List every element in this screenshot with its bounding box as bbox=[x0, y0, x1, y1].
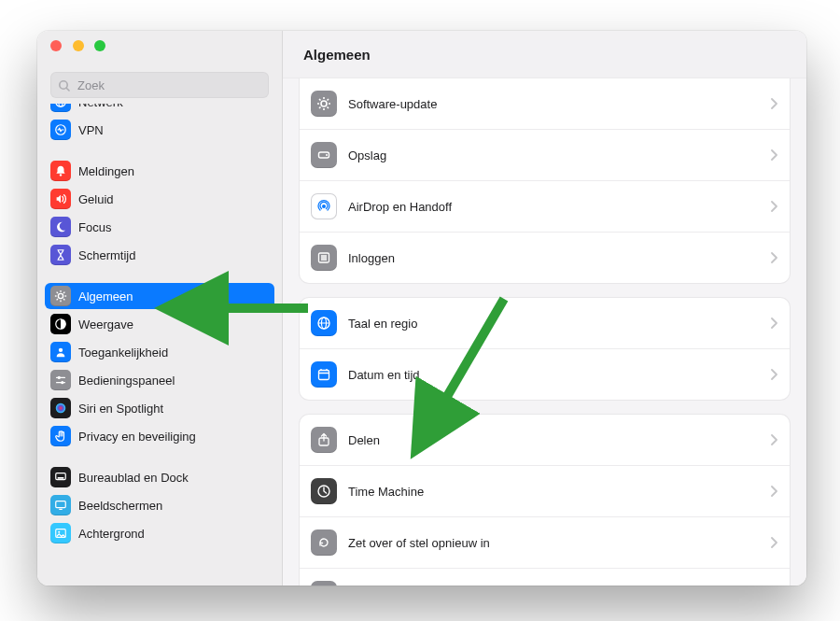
sidebar-item-beeldschermen[interactable]: Beeldschermen bbox=[45, 492, 274, 518]
settings-group: Taal en regioDatum en tijd bbox=[300, 298, 790, 400]
calendar-icon bbox=[311, 361, 337, 388]
sidebar-item-label: Algemeen bbox=[78, 289, 133, 303]
settings-row-software-update[interactable]: Software-update bbox=[300, 78, 790, 129]
chevron-right-icon bbox=[771, 537, 778, 548]
dock-icon bbox=[50, 467, 71, 487]
chevron-right-icon bbox=[771, 369, 778, 380]
settings-row-delen[interactable]: Delen bbox=[300, 415, 790, 465]
sidebar-item-weergave[interactable]: Weergave bbox=[45, 311, 274, 337]
hourglass-icon bbox=[50, 245, 71, 265]
sidebar-item-label: Schermtijd bbox=[78, 248, 135, 262]
settings-row-label: Opslag bbox=[348, 148, 771, 162]
settings-row-label: Software-update bbox=[348, 97, 771, 111]
contrast-icon bbox=[50, 314, 71, 334]
settings-row-label: Inloggen bbox=[348, 251, 771, 265]
settings-row-datum-en-tijd[interactable]: Datum en tijd bbox=[300, 348, 790, 400]
sidebar-item-vpn[interactable]: VPN bbox=[45, 117, 274, 143]
window-controls bbox=[37, 31, 282, 64]
sidebar-item-label: VPN bbox=[78, 123, 104, 137]
chevron-right-icon bbox=[771, 486, 778, 497]
sidebar-item-meldingen[interactable]: Meldingen bbox=[45, 158, 274, 184]
reset-icon bbox=[311, 529, 337, 556]
window-close-button[interactable] bbox=[50, 40, 62, 51]
settings-row-label: Delen bbox=[348, 433, 771, 447]
settings-group: DelenTime MachineZet over of stel opnieu… bbox=[300, 415, 790, 586]
settings-row-label: Datum en tijd bbox=[348, 368, 771, 382]
sidebar-item-siri-en-spotlight[interactable]: Siri en Spotlight bbox=[45, 395, 274, 421]
sidebar-item-schermtijd[interactable]: Schermtijd bbox=[45, 242, 274, 268]
chevron-right-icon bbox=[771, 149, 778, 161]
person-icon bbox=[50, 342, 71, 362]
sidebar-item-label: Achtergrond bbox=[78, 527, 145, 541]
settings-row-opstartschijf[interactable]: Opstartschijf bbox=[300, 568, 790, 586]
main-header: Algemeen bbox=[283, 31, 806, 78]
globe-icon bbox=[311, 310, 337, 336]
settings-row-time-machine[interactable]: Time Machine bbox=[300, 465, 790, 516]
bell-icon bbox=[50, 161, 71, 181]
airdrop-icon bbox=[311, 193, 337, 219]
search-field[interactable] bbox=[50, 72, 269, 98]
clock-icon bbox=[311, 478, 337, 504]
chevron-right-icon bbox=[771, 98, 778, 109]
settings-window: NetwerkVPNMeldingenGeluidFocusSchermtijd… bbox=[37, 31, 806, 586]
speaker-icon bbox=[50, 189, 71, 209]
page-title: Algemeen bbox=[303, 47, 371, 63]
window-minimize-button[interactable] bbox=[73, 40, 84, 51]
settings-group: Software-updateOpslagAirDrop en HandoffI… bbox=[300, 78, 790, 283]
settings-row-label: Time Machine bbox=[348, 485, 771, 499]
disk-icon bbox=[311, 142, 337, 168]
sidebar-item-label: Beeldschermen bbox=[78, 499, 162, 513]
chevron-right-icon bbox=[771, 434, 778, 445]
sidebar-item-algemeen[interactable]: Algemeen bbox=[45, 283, 274, 309]
search-input[interactable] bbox=[76, 78, 261, 93]
sidebar-item-label: Meldingen bbox=[78, 164, 134, 178]
sidebar-item-bureaublad-en-dock[interactable]: Bureaublad en Dock bbox=[45, 464, 274, 490]
sidebar-item-label: Bureaublad en Dock bbox=[78, 471, 189, 485]
sidebar-item-label: Toegankelijkheid bbox=[78, 346, 168, 360]
sidebar: NetwerkVPNMeldingenGeluidFocusSchermtijd… bbox=[37, 31, 283, 586]
list-icon bbox=[311, 245, 337, 271]
sidebar-item-netwerk[interactable]: Netwerk bbox=[45, 104, 274, 115]
settings-row-airdrop-en-handoff[interactable]: AirDrop en Handoff bbox=[300, 180, 790, 232]
vpn-icon bbox=[50, 120, 71, 140]
gear-icon bbox=[50, 286, 71, 306]
search-icon bbox=[58, 79, 70, 92]
share-icon bbox=[311, 427, 337, 453]
settings-row-label: AirDrop en Handoff bbox=[348, 200, 771, 214]
settings-row-label: Zet over of stel opnieuw in bbox=[348, 536, 771, 550]
sidebar-item-label: Weergave bbox=[78, 318, 133, 332]
sidebar-item-achtergrond[interactable]: Achtergrond bbox=[45, 520, 274, 546]
sidebar-item-toegankelijkheid[interactable]: Toegankelijkheid bbox=[45, 339, 274, 365]
sidebar-item-bedieningspaneel[interactable]: Bedieningspaneel bbox=[45, 367, 274, 393]
settings-row-taal-en-regio[interactable]: Taal en regio bbox=[300, 298, 790, 348]
sidebar-item-geluid[interactable]: Geluid bbox=[45, 186, 274, 212]
settings-row-zet-over-of-stel-opnieuw-in[interactable]: Zet over of stel opnieuw in bbox=[300, 516, 790, 568]
sidebar-item-label: Netwerk bbox=[78, 104, 123, 109]
hand-icon bbox=[50, 426, 71, 446]
sliders-icon bbox=[50, 370, 71, 390]
moon-icon bbox=[50, 217, 71, 237]
chevron-right-icon bbox=[771, 318, 778, 329]
sidebar-item-label: Geluid bbox=[78, 192, 114, 206]
window-zoom-button[interactable] bbox=[94, 40, 105, 51]
chevron-right-icon bbox=[771, 201, 778, 212]
chevron-right-icon bbox=[771, 252, 778, 263]
sidebar-item-privacy-en-beveiliging[interactable]: Privacy en beveiliging bbox=[45, 423, 274, 449]
sidebar-item-label: Bedieningspaneel bbox=[78, 374, 175, 388]
disk-icon bbox=[311, 581, 337, 586]
globe-icon bbox=[50, 104, 71, 112]
settings-row-label: Taal en regio bbox=[348, 317, 771, 331]
main-pane: Algemeen Software-updateOpslagAirDrop en… bbox=[283, 31, 806, 586]
sidebar-item-label: Privacy en beveiliging bbox=[78, 430, 196, 444]
settings-row-inloggen[interactable]: Inloggen bbox=[300, 232, 790, 283]
siri-icon bbox=[50, 398, 71, 418]
settings-row-opslag[interactable]: Opslag bbox=[300, 129, 790, 180]
sidebar-item-label: Focus bbox=[78, 220, 111, 234]
sidebar-item-focus[interactable]: Focus bbox=[45, 214, 274, 240]
display-icon bbox=[50, 495, 71, 515]
sidebar-item-label: Siri en Spotlight bbox=[78, 402, 163, 416]
wallpaper-icon bbox=[50, 523, 71, 543]
gear-icon bbox=[311, 91, 337, 117]
